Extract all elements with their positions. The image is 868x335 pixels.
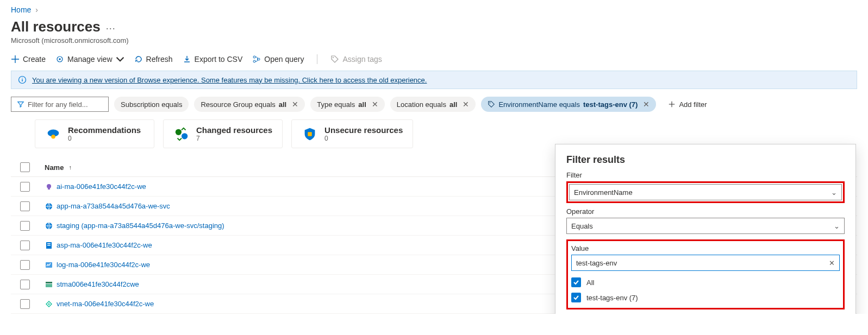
pill-label: Location equals (397, 100, 446, 109)
resource-link[interactable]: log-ma-006e41fe30c44f2c-we (57, 261, 150, 269)
row-checkbox[interactable] (20, 299, 30, 309)
create-button[interactable]: Create (11, 55, 46, 64)
row-checkbox[interactable] (20, 221, 30, 231)
card-count: 0 (324, 135, 403, 142)
value-input[interactable]: test-tags-env ✕ (571, 255, 840, 271)
resource-link[interactable]: ai-ma-006e41fe30c44f2c-we (57, 182, 146, 191)
checkbox-checked-icon (571, 277, 581, 287)
close-icon[interactable]: ✕ (372, 100, 378, 109)
close-icon[interactable]: ✕ (643, 100, 650, 109)
plus-icon (11, 55, 20, 64)
option-all-label: All (586, 279, 594, 287)
shield-icon (302, 126, 318, 142)
resource-link[interactable]: asp-ma-006e41fe30c44f2c-we (57, 241, 152, 249)
assign-tags-button: Assign tags (330, 55, 382, 64)
branch-icon (252, 55, 261, 64)
value-input-text: test-tags-env (576, 259, 617, 267)
filter-pill-type[interactable]: Type equals all ✕ (310, 97, 385, 112)
chevron-down-icon: ⌄ (834, 222, 840, 230)
card-title: Unsecure resources (324, 125, 403, 135)
refresh-button[interactable]: Refresh (134, 55, 173, 64)
open-query-button[interactable]: Open query (252, 55, 304, 64)
close-icon[interactable]: ✕ (463, 100, 469, 109)
highlight-value: Value test-tags-env ✕ All test-tags-env … (566, 239, 845, 309)
svg-point-5 (333, 57, 334, 58)
svg-point-9 (51, 134, 55, 138)
breadcrumb: Home › (0, 0, 868, 17)
header-name-label: Name (45, 163, 64, 172)
gear-icon (55, 55, 64, 64)
option-test-tags-env[interactable]: test-tags-env (7) (571, 293, 840, 302)
svg-point-2 (253, 56, 255, 58)
download-icon (183, 55, 191, 64)
operator-select[interactable]: Equals ⌄ (566, 218, 845, 234)
svg-point-7 (490, 103, 491, 104)
filter-pill-subscription[interactable]: Subscription equals (114, 97, 189, 112)
svg-rect-19 (47, 245, 51, 246)
svg-rect-21 (46, 282, 52, 283)
row-checkbox[interactable] (20, 260, 30, 270)
filter-pill-resource-group[interactable]: Resource Group equals all ✕ (194, 97, 305, 112)
svg-point-4 (258, 58, 260, 60)
row-checkbox[interactable] (20, 280, 30, 289)
filter-pill-location[interactable]: Location equals all ✕ (390, 97, 476, 112)
add-filter-button[interactable]: Add filter (661, 98, 713, 111)
svg-point-13 (47, 184, 51, 188)
card-recommendations[interactable]: Recommendations0 (35, 119, 154, 148)
resource-link[interactable]: stma006e41fe30c44f2cwe (57, 280, 139, 288)
svg-point-3 (253, 60, 255, 62)
funnel-icon (17, 100, 24, 108)
filter-select[interactable]: EnvironmentName ⌄ (569, 184, 842, 200)
assign-tags-label: Assign tags (342, 55, 382, 64)
svg-rect-22 (46, 284, 52, 287)
highlight-filter: EnvironmentName ⌄ (566, 181, 845, 203)
more-actions-icon[interactable]: ··· (106, 23, 116, 34)
svg-rect-14 (48, 188, 50, 189)
plus-icon (668, 100, 676, 108)
filter-input[interactable]: Filter for any field... (11, 97, 109, 112)
page-title: All resources (11, 18, 101, 35)
row-checkbox[interactable] (20, 201, 30, 211)
pill-label: Resource Group equals (201, 100, 275, 109)
breadcrumb-home[interactable]: Home (11, 5, 31, 14)
open-query-label: Open query (264, 55, 304, 64)
option-all[interactable]: All (571, 277, 840, 287)
page-subtitle: Microsoft (microsoft.onmicrosoft.com) (0, 36, 868, 52)
card-unsecure-resources[interactable]: Unsecure resources0 (291, 119, 413, 148)
tag-icon (488, 100, 495, 108)
chevron-down-icon: ⌄ (831, 188, 837, 197)
export-csv-label: Export to CSV (195, 55, 243, 64)
svg-rect-18 (47, 243, 51, 244)
banner-link[interactable]: You are viewing a new version of Browse … (32, 76, 427, 84)
card-changed-resources[interactable]: Changed resources7 (163, 119, 283, 148)
clear-icon[interactable]: ✕ (829, 259, 835, 267)
value-options: All test-tags-env (7) (571, 277, 840, 302)
chevron-down-icon (116, 55, 124, 64)
filter-field-label: Filter (566, 171, 845, 179)
info-banner: You are viewing a new version of Browse … (11, 71, 857, 89)
select-all-checkbox[interactable] (20, 162, 30, 172)
create-label: Create (23, 55, 46, 64)
toolbar-divider (317, 54, 317, 64)
row-checkbox[interactable] (20, 182, 30, 192)
filter-pill-environment[interactable]: EnvironmentName equals test-tags-env (7)… (481, 97, 656, 112)
checkbox-checked-icon (571, 293, 581, 302)
refresh-icon (134, 55, 143, 64)
close-icon[interactable]: ✕ (292, 100, 298, 109)
card-count: 7 (196, 135, 272, 142)
pill-label: Subscription equals (121, 100, 182, 109)
pill-value: test-tags-env (7) (583, 100, 638, 109)
resource-link[interactable]: staging (app-ma-a73a8544a45d476a-we-svc/… (57, 222, 224, 230)
svg-point-23 (48, 303, 50, 305)
sort-asc-icon: ↑ (68, 164, 72, 170)
manage-view-button[interactable]: Manage view (55, 55, 124, 64)
pill-value: all (358, 100, 366, 109)
cloud-icon (45, 126, 61, 142)
export-csv-button[interactable]: Export to CSV (183, 55, 243, 64)
change-icon (173, 126, 190, 142)
resource-link[interactable]: app-ma-a73a8544a45d476a-we-svc (57, 202, 170, 210)
resource-link[interactable]: vnet-ma-006e41fe30c44f2c-we (57, 300, 154, 308)
row-checkbox[interactable] (20, 241, 30, 250)
toolbar: Create Manage view Refresh Export to CSV… (0, 52, 868, 71)
svg-rect-12 (308, 132, 312, 136)
